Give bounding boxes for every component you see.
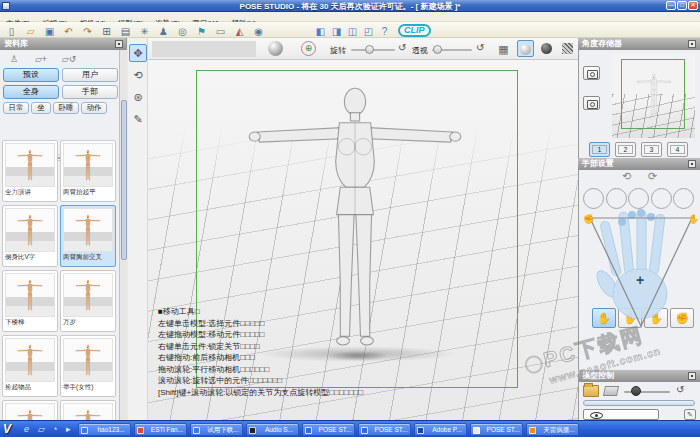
tab-user[interactable]: 用户 [62, 68, 118, 82]
undo-button[interactable]: ↶ [60, 23, 77, 37]
redo-button[interactable]: ↷ [79, 23, 96, 37]
capsule-button[interactable]: ▭ [212, 23, 229, 37]
pose-thumbnail[interactable]: 万岁 [60, 270, 116, 332]
shaded-view-icon[interactable] [517, 40, 534, 57]
hand-center-crosshair[interactable]: + [636, 272, 644, 288]
pose-thumbnail[interactable]: 全力演讲 [2, 140, 58, 202]
minimize-button[interactable]: — [666, 1, 676, 10]
close-button[interactable]: ✕ [688, 1, 698, 10]
taskbar-task[interactable]: POSE ST... [302, 423, 355, 436]
wireframe-cube-icon[interactable]: ▦ [495, 40, 512, 57]
hand-control-graphic[interactable] [585, 198, 697, 330]
rotate-slider-handle[interactable] [365, 45, 374, 54]
quick-launch-folder-icon[interactable]: ▱ [38, 424, 45, 435]
quick-launch-expand-icon[interactable]: ▸ [66, 424, 71, 435]
taskbar-task[interactable]: POSE ST... [358, 423, 411, 436]
dark-shade-icon[interactable] [538, 40, 555, 57]
pose-thumbnail[interactable]: 两臂胸前交叉 [60, 205, 116, 267]
tab-preset[interactable]: 预设 [3, 68, 59, 82]
model-scale-handle[interactable] [631, 386, 641, 396]
taskbar-task[interactable]: POSE ST... [470, 423, 523, 436]
taskbar-task[interactable]: hao123... [78, 423, 131, 436]
category-tab-0[interactable]: 日常 [3, 102, 29, 114]
camera-store-icon[interactable] [583, 66, 600, 80]
joint-tool-button[interactable]: ⊛ [129, 88, 147, 106]
visibility-button[interactable] [583, 409, 659, 420]
flag-button[interactable]: ⚑ [193, 23, 210, 37]
scrollbar-thumb[interactable] [121, 100, 127, 260]
rotate-hand-right-icon[interactable]: ⟳ [648, 170, 657, 183]
camera-recall-icon[interactable] [583, 96, 600, 110]
edit-model-icon[interactable]: ✎ [684, 409, 696, 420]
category-tab-2[interactable]: 卧睡 [53, 102, 79, 114]
angle-slot-1[interactable]: 1 [589, 142, 610, 157]
camera-eye-button[interactable]: ◉ [250, 23, 267, 37]
rotate-hand-left-icon[interactable]: ⟲ [622, 170, 631, 183]
pose-thumbnail[interactable] [60, 400, 116, 420]
taskbar-task[interactable]: 试用下载... [190, 423, 243, 436]
light-sphere-icon[interactable] [268, 41, 283, 56]
pose-thumbnail[interactable]: 举手(女性) [60, 335, 116, 397]
angle-slot-3[interactable]: 3 [641, 142, 662, 157]
angle-slot-2[interactable]: 2 [615, 142, 636, 157]
finger-circle-1[interactable] [583, 188, 604, 209]
taskbar-task[interactable]: Adobe P... [414, 423, 467, 436]
tab-fullbody[interactable]: 全身 [3, 85, 59, 99]
quick-launch-browser-icon[interactable]: ◔ [52, 424, 57, 435]
category-tab-1[interactable]: 坐 [31, 102, 51, 114]
axis-target-icon[interactable]: ⊕ [301, 41, 316, 56]
pose-thumbnail[interactable] [2, 400, 58, 420]
perspective-reset-icon[interactable]: ↺ [476, 42, 484, 53]
maximize-button[interactable]: □ [677, 1, 687, 10]
pose-pen-tool-button[interactable]: ✎ [129, 110, 147, 128]
model-reset-icon[interactable]: ↺ [676, 384, 684, 395]
reload-library-icon[interactable]: ▱↺ [58, 53, 80, 65]
move-tool-button[interactable]: ✥ [129, 44, 147, 62]
panel-collapse-button[interactable] [688, 40, 696, 48]
category-tab-3[interactable]: 动作 [81, 102, 107, 114]
panel-collapse-button[interactable] [115, 40, 123, 48]
pose-thumbnail[interactable]: 两臂抬起平 [60, 140, 116, 202]
preview-light-icon[interactable]: ♙ [3, 53, 25, 65]
help-button[interactable]: ? [376, 23, 393, 37]
tab-hand[interactable]: 手部 [62, 85, 118, 99]
angle-slot-4[interactable]: 4 [667, 142, 688, 157]
clear-model-icon[interactable] [603, 386, 619, 396]
perspective-a-button[interactable]: ◭ [231, 23, 248, 37]
layout-4-button[interactable]: ◰ [360, 23, 377, 37]
layout-3-button[interactable]: ◫ [344, 23, 361, 37]
open-folder-button[interactable]: ▱ [22, 23, 39, 37]
panel-collapse-button[interactable] [688, 160, 696, 168]
target-button[interactable]: ◎ [174, 23, 191, 37]
rotate-reset-icon[interactable]: ↺ [398, 42, 406, 53]
task-label: POSE ST... [483, 424, 523, 436]
finger-circle-5[interactable] [673, 188, 694, 209]
taskbar-task[interactable]: ESTi Fan... [134, 423, 187, 436]
taskbar-task[interactable]: 天雷疯播... [526, 423, 579, 436]
rotate-tool-button[interactable]: ⟲ [129, 66, 147, 84]
perspective-slider-handle[interactable] [433, 45, 442, 54]
finger-circle-3[interactable] [628, 188, 649, 209]
new-file-button[interactable]: ▯ [3, 23, 20, 37]
library-scrollbar[interactable] [119, 50, 127, 420]
copy-button[interactable]: ⊞ [98, 23, 115, 37]
v-logo-icon[interactable]: V [3, 422, 11, 436]
load-model-icon[interactable] [583, 385, 599, 397]
pose-thumbnail[interactable]: 捡起物品 [2, 335, 58, 397]
finger-circle-4[interactable] [651, 188, 672, 209]
save-button[interactable]: ▣ [41, 23, 58, 37]
model-scroll-strip[interactable] [583, 400, 695, 406]
angle-preview[interactable] [612, 54, 695, 138]
figure-tool-button[interactable]: ♟ [155, 23, 172, 37]
paste-button[interactable]: ▤ [117, 23, 134, 37]
pose-thumbnail[interactable]: 下楼梯 [2, 270, 58, 332]
reset-pose-button[interactable]: ✳ [136, 23, 153, 37]
layout-1-button[interactable]: ◧ [312, 23, 329, 37]
pose-thumbnail[interactable]: 侧身比V字 [2, 205, 58, 267]
import-pose-icon[interactable]: ▱+ [30, 53, 52, 65]
layout-2-button[interactable]: ◨ [328, 23, 345, 37]
texture-view-icon[interactable] [559, 40, 576, 57]
taskbar-task[interactable]: Audio S... [246, 423, 299, 436]
panel-collapse-button[interactable] [688, 372, 696, 380]
finger-circle-2[interactable] [606, 188, 627, 209]
